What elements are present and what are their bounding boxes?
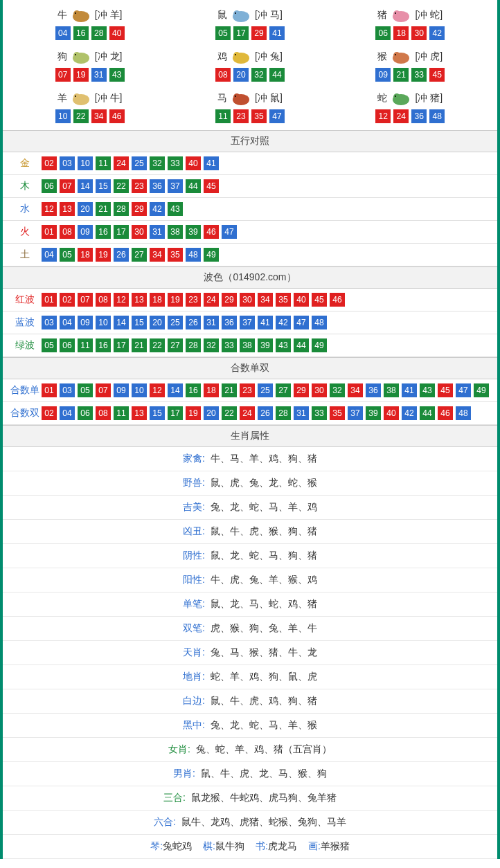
number-chip: 10 <box>132 383 147 397</box>
number-chip: 35 <box>330 406 345 420</box>
number-chip: 03 <box>60 383 75 397</box>
number-chip: 39 <box>186 225 201 239</box>
attr-row: 双笔: 虎、猴、狗、兔、羊、牛 <box>3 617 497 641</box>
attr-row: 白边: 鼠、牛、虎、鸡、狗、猪 <box>3 689 497 714</box>
number-chip: 05 <box>78 383 93 397</box>
attr-row: 天肖: 兔、马、猴、猪、牛、龙 <box>3 641 497 665</box>
number-chip: 33 <box>411 68 427 82</box>
number-chip: 12 <box>114 293 129 307</box>
row-nums: 02031011242532334041 <box>42 156 219 170</box>
number-chip: 28 <box>91 26 107 40</box>
number-chip: 41 <box>258 316 273 329</box>
number-chip: 19 <box>73 68 89 82</box>
number-chip: 18 <box>78 248 93 262</box>
data-row: 合数双0204060811131517192022242628313335373… <box>3 402 497 425</box>
number-chip: 26 <box>258 406 273 420</box>
number-chip: 09 <box>114 383 129 397</box>
number-chip: 35 <box>251 109 267 123</box>
zodiac-nums: 10223446 <box>10 109 170 123</box>
svg-point-26 <box>395 96 396 97</box>
svg-point-25 <box>393 93 400 100</box>
number-chip: 34 <box>348 383 363 397</box>
attr-row: 地肖: 蛇、羊、鸡、狗、鼠、虎 <box>3 665 497 689</box>
number-chip: 49 <box>204 248 219 262</box>
zodiac-cell: 鸡[冲 兔]08203244 <box>170 44 330 86</box>
number-chip: 44 <box>294 338 309 352</box>
number-chip: 01 <box>42 383 57 397</box>
attr-value: 蛇、羊、鸡、狗、鼠、虎 <box>208 671 317 682</box>
attr-row: 阴性: 鼠、龙、蛇、马、狗、猪 <box>3 544 497 568</box>
number-chip: 34 <box>91 109 107 123</box>
number-chip: 45 <box>204 179 219 193</box>
number-chip: 11 <box>215 109 231 123</box>
attr-value: 鼠、牛、虎、鸡、狗、猪 <box>208 695 317 706</box>
number-chip: 11 <box>78 338 93 352</box>
data-row: 红波0102070812131819232429303435404546 <box>3 289 497 311</box>
attr-label: 天肖: <box>183 647 205 658</box>
heshu-header: 合数单双 <box>3 357 497 379</box>
zodiac-nums: 09213345 <box>330 68 490 82</box>
svg-point-1 <box>73 10 80 17</box>
bose-header: 波色（014902.com） <box>3 266 497 289</box>
number-chip: 46 <box>109 109 125 123</box>
zodiac-nums: 11233547 <box>170 109 330 123</box>
number-chip: 09 <box>78 225 93 239</box>
attr-label: 白边: <box>183 695 205 706</box>
shuxing-table: 家禽: 牛、马、羊、鸡、狗、猪野兽: 鼠、虎、兔、龙、蛇、猴吉美: 兔、龙、蛇、… <box>3 447 497 835</box>
attr-label: 男肖: <box>173 768 195 779</box>
number-chip: 43 <box>420 383 435 397</box>
zodiac-clash: [冲 龙] <box>95 51 123 63</box>
number-chip: 24 <box>393 109 409 123</box>
svg-point-2 <box>75 12 76 14</box>
zodiac-clash: [冲 兔] <box>255 51 283 63</box>
qqsh-value: 兔蛇鸡 <box>163 840 192 851</box>
number-chip: 42 <box>150 202 165 216</box>
row-nums: 04051819262734354849 <box>42 248 219 262</box>
attr-label: 黑中: <box>183 719 205 730</box>
number-chip: 02 <box>42 406 57 420</box>
number-chip: 47 <box>456 383 471 397</box>
number-chip: 22 <box>150 338 165 352</box>
number-chip: 04 <box>60 406 75 420</box>
number-chip: 48 <box>186 248 201 262</box>
number-chip: 25 <box>258 383 273 397</box>
zodiac-grid: 牛[冲 羊]04162840鼠[冲 马]05172941猪[冲 蛇]061830… <box>3 0 497 130</box>
number-chip: 39 <box>366 406 381 420</box>
data-row: 水1213202128294243 <box>3 198 497 221</box>
attr-label: 地肖: <box>183 671 205 682</box>
number-chip: 46 <box>438 406 453 420</box>
number-chip: 36 <box>222 316 237 329</box>
number-chip: 05 <box>42 338 57 352</box>
attr-row: 家禽: 牛、马、羊、鸡、狗、猪 <box>3 447 497 471</box>
number-chip: 28 <box>186 338 201 352</box>
attr-value: 牛、虎、兔、羊、猴、鸡 <box>208 574 317 585</box>
attr-label: 双笔: <box>183 622 205 633</box>
number-chip: 05 <box>60 248 75 262</box>
svg-point-20 <box>75 96 76 97</box>
number-chip: 22 <box>73 109 89 123</box>
number-chip: 03 <box>60 156 75 170</box>
zodiac-name: 狗 <box>57 51 67 63</box>
bose-table: 红波0102070812131819232429303435404546蓝波03… <box>3 289 497 357</box>
number-chip: 01 <box>42 225 57 239</box>
attr-value: 虎、猴、狗、兔、羊、牛 <box>208 622 317 633</box>
number-chip: 23 <box>186 293 201 307</box>
number-chip: 08 <box>96 406 111 420</box>
number-chip: 11 <box>114 406 129 420</box>
number-chip: 06 <box>42 179 57 193</box>
number-chip: 42 <box>429 26 445 40</box>
zodiac-nums: 12243648 <box>330 109 490 123</box>
number-chip: 04 <box>60 316 75 329</box>
row-label: 红波 <box>8 293 42 306</box>
number-chip: 06 <box>78 406 93 420</box>
number-chip: 02 <box>60 293 75 307</box>
number-chip: 07 <box>60 179 75 193</box>
svg-point-22 <box>233 93 240 100</box>
zodiac-nums: 06183042 <box>330 26 490 40</box>
number-chip: 30 <box>240 293 255 307</box>
number-chip: 23 <box>233 109 249 123</box>
number-chip: 33 <box>168 156 183 170</box>
svg-point-5 <box>235 12 236 14</box>
attr-label: 凶丑: <box>183 525 205 536</box>
row-nums: 0204060811131517192022242628313335373940… <box>42 406 471 420</box>
